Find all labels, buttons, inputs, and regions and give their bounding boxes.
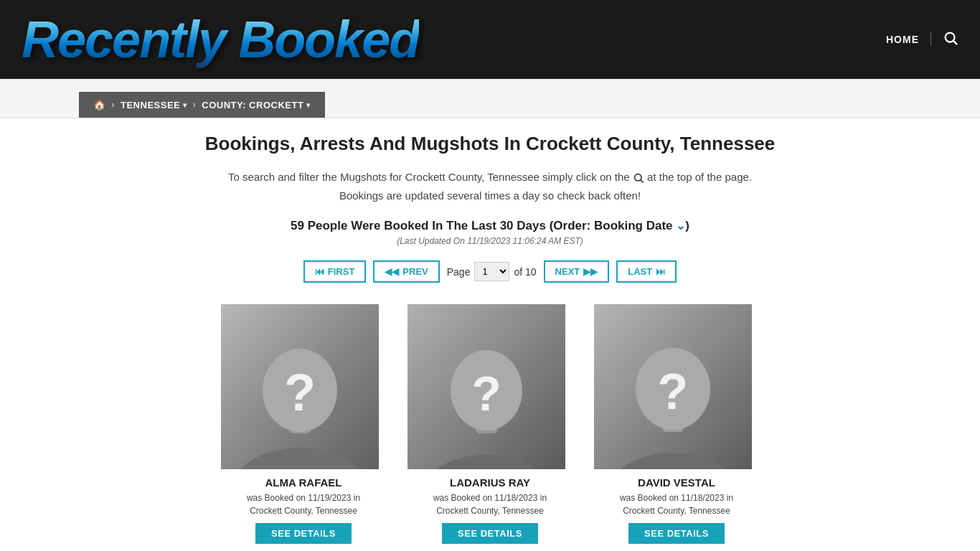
- card-in-label-3: in: [727, 493, 733, 503]
- first-page-button[interactable]: ⏮ FIRST: [303, 260, 367, 283]
- card-in-label-1: in: [354, 493, 360, 503]
- card-in-label-2: in: [540, 493, 547, 503]
- see-details-button-1[interactable]: SEE DETAILS: [255, 523, 352, 544]
- card-name-3: DAVID VESTAL: [594, 476, 759, 489]
- card-booked-date-1: 11/19/2023: [308, 493, 351, 503]
- site-header: Recently Booked HOME: [0, 0, 980, 79]
- card-info-1: was Booked on 11/19/2023 in Crockett Cou…: [221, 491, 386, 517]
- first-icon: ⏮: [315, 266, 324, 277]
- state-caret-icon: ▾: [183, 101, 187, 109]
- first-label: FIRST: [328, 266, 355, 277]
- svg-text:?: ?: [471, 366, 501, 420]
- card-booked-label-3: was Booked on: [620, 493, 681, 503]
- see-details-button-2[interactable]: SEE DETAILS: [442, 523, 538, 544]
- last-page-button[interactable]: LAST ⏭: [616, 260, 677, 283]
- mugshot-image-2: ?: [407, 304, 565, 469]
- svg-point-0: [946, 32, 955, 42]
- card-county-3: Crockett County, Tennessee: [623, 506, 730, 516]
- card-info-3: was Booked on 11/18/2023 in Crockett Cou…: [594, 491, 759, 517]
- pagination-bar: ⏮ FIRST ◀◀ PREV Page 1234 5678 910 of 10…: [160, 260, 820, 283]
- breadcrumb-sep-1: ›: [112, 100, 116, 110]
- card-booked-date-3: 11/18/2023: [681, 493, 724, 503]
- mugshot-image-1: ?: [221, 304, 379, 469]
- page-of: of 10: [514, 266, 536, 278]
- breadcrumb: 🏠 › TENNESSEE ▾ › COUNTY: CROCKETT ▾: [79, 92, 325, 118]
- mugshot-card: ? ALMA RAFAEL was Booked on 11/19/2023 i…: [221, 304, 386, 544]
- card-county-2: Crockett County, Tennessee: [436, 506, 544, 516]
- breadcrumb-county-link[interactable]: COUNTY: CROCKETT ▾: [202, 100, 311, 110]
- see-details-label-3: SEE DETAILS: [644, 528, 709, 539]
- header-nav: HOME: [886, 30, 958, 50]
- card-booked-date-2: 11/18/2023: [494, 493, 537, 503]
- card-booked-label-2: was Booked on: [433, 493, 494, 503]
- breadcrumb-state-link[interactable]: TENNESSEE ▾: [121, 100, 187, 110]
- svg-text:?: ?: [284, 364, 316, 421]
- next-label: NEXT: [555, 266, 580, 277]
- description-line1: To search and filter the Mugshots for Cr…: [228, 171, 633, 183]
- nav-divider: [930, 32, 931, 47]
- silhouette-svg-1: ?: [221, 304, 379, 469]
- card-name-2: LADARIUS RAY: [407, 476, 573, 489]
- svg-point-2: [635, 174, 641, 181]
- county-caret-icon: ▾: [306, 101, 311, 109]
- booking-count-text: 59 People Were Booked In The Last 30 Day…: [291, 219, 673, 232]
- page-info: Page 1234 5678 910 of 10: [447, 262, 537, 281]
- last-label: LAST: [628, 266, 652, 277]
- site-logo: Recently Booked: [22, 14, 419, 65]
- last-updated-text: (Last Updated On 11/19/2023 11:06:24 AM …: [160, 236, 820, 246]
- see-details-label-2: SEE DETAILS: [458, 528, 522, 539]
- card-booked-label-1: was Booked on: [247, 493, 308, 503]
- inline-search-icon: [633, 172, 644, 184]
- breadcrumb-sep-2: ›: [193, 100, 197, 110]
- breadcrumb-state-label: TENNESSEE: [121, 100, 180, 110]
- breadcrumb-county-label: COUNTY: CROCKETT: [202, 100, 303, 110]
- description-line2: Bookings are updated several times a day…: [339, 189, 641, 202]
- prev-icon: ◀◀: [385, 266, 399, 277]
- search-icon: [943, 30, 958, 46]
- card-county-1: Crockett County, Tennessee: [250, 506, 357, 516]
- prev-label: PREV: [402, 266, 428, 277]
- sort-icon: ⌄: [676, 220, 685, 232]
- see-details-button-3[interactable]: SEE DETAILS: [628, 523, 725, 544]
- description-line1b: at the top of the page.: [647, 171, 752, 183]
- site-title: Recently Booked: [22, 11, 419, 68]
- mugshot-cards-row: ? ALMA RAFAEL was Booked on 11/19/2023 i…: [160, 304, 820, 544]
- next-page-button[interactable]: NEXT ▶▶: [544, 260, 610, 283]
- booking-count: 59 People Were Booked In The Last 30 Day…: [160, 219, 820, 233]
- main-content: Bookings, Arrests And Mugshots In Crocke…: [146, 118, 834, 551]
- mugshot-image-3: ?: [594, 304, 752, 469]
- search-icon-button[interactable]: [943, 30, 958, 50]
- card-name-1: ALMA RAFAEL: [221, 476, 386, 489]
- silhouette-svg-2: ?: [407, 304, 565, 469]
- mugshot-card: ? LADARIUS RAY was Booked on 11/18/2023 …: [407, 304, 573, 544]
- page-description: To search and filter the Mugshots for Cr…: [160, 168, 820, 204]
- svg-line-1: [953, 41, 957, 44]
- page-title: Bookings, Arrests And Mugshots In Crocke…: [160, 133, 820, 155]
- page-select[interactable]: 1234 5678 910: [474, 262, 509, 281]
- card-info-2: was Booked on 11/18/2023 in Crockett Cou…: [407, 491, 573, 517]
- home-nav-link[interactable]: HOME: [886, 34, 919, 45]
- prev-page-button[interactable]: ◀◀ PREV: [373, 260, 439, 283]
- next-icon: ▶▶: [583, 266, 598, 277]
- svg-line-3: [641, 180, 644, 183]
- svg-text:?: ?: [658, 364, 689, 420]
- page-word: Page: [447, 266, 471, 278]
- mugshot-card: ? DAVID VESTAL was Booked on 11/18/2023 …: [594, 304, 759, 544]
- see-details-label-1: SEE DETAILS: [271, 528, 336, 539]
- home-icon[interactable]: 🏠: [93, 99, 106, 110]
- last-icon: ⏭: [656, 266, 665, 277]
- silhouette-svg-3: ?: [594, 304, 752, 469]
